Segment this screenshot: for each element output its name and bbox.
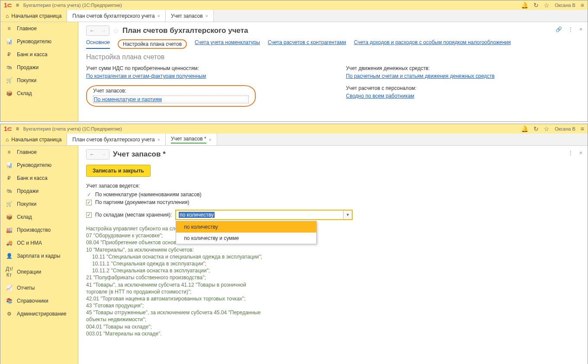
- app-title: Бухгалтерия (счета учета) (1С:Предприяти…: [23, 3, 122, 8]
- cart-icon: 🛒: [6, 77, 13, 83]
- tab-label: Учет запасов: [171, 13, 203, 19]
- sidebar-item-manager[interactable]: 📊Руководителю: [0, 159, 78, 172]
- checkbox-warehouses[interactable]: ✓: [86, 212, 92, 218]
- sidebar-item-label: Главное: [17, 149, 37, 155]
- dropdown-item-qty-sum[interactable]: по количеству и сумме: [176, 233, 316, 244]
- book-icon: 📚: [6, 298, 13, 304]
- menu-icon[interactable]: ≡: [581, 2, 584, 9]
- tab-inventory[interactable]: Учет запасов * ×: [166, 134, 217, 145]
- logo-1c: 1⊂: [4, 125, 12, 132]
- sidebar-item-bank[interactable]: ₽Банк и касса: [0, 48, 78, 61]
- star-icon[interactable]: ☆: [544, 125, 549, 132]
- setting-vat: Учет сумм НДС по приобретенным ценностям…: [86, 65, 320, 79]
- burger-icon[interactable]: ≡: [16, 2, 19, 8]
- close-icon[interactable]: ×: [209, 137, 212, 142]
- sidebar-item-main[interactable]: ≡Главное: [0, 22, 78, 35]
- sidebar-item-sales[interactable]: 🛍Продажи: [0, 185, 78, 198]
- bag-icon: 🛍: [6, 64, 13, 70]
- sidebar-item-production[interactable]: 🏭Производство: [0, 224, 78, 236]
- bell-icon[interactable]: 🔔: [521, 2, 528, 9]
- subtabs: Основное Настройка плана счетов Счета уч…: [86, 39, 580, 49]
- close-icon[interactable]: ×: [579, 26, 582, 32]
- close-icon[interactable]: ×: [157, 137, 160, 142]
- box-icon: 📦: [6, 90, 13, 96]
- burger-icon[interactable]: ≡: [16, 126, 19, 132]
- sidebar-item-bank[interactable]: ₽Банк и касса: [0, 172, 78, 185]
- page-title: Учет запасов *: [113, 150, 166, 159]
- sidebar-item-label: Покупки: [17, 77, 36, 83]
- more-icon[interactable]: ⋮: [568, 150, 573, 156]
- sidebar-item-manager[interactable]: 📊Руководителю: [0, 35, 78, 48]
- back-button[interactable]: ←: [87, 150, 98, 159]
- gear-icon: ⚙: [6, 311, 13, 317]
- setting-link-personnel[interactable]: Сводно по всем работникам: [346, 93, 414, 99]
- tab-chart-of-accounts[interactable]: План счетов бухгалтерского учета ×: [67, 10, 166, 22]
- star-icon[interactable]: ☆: [544, 2, 549, 9]
- setting-link-inventory[interactable]: По номенклатуре и партиям: [94, 96, 162, 102]
- home-icon: ⌂: [6, 13, 9, 19]
- report-icon: 📈: [6, 285, 13, 291]
- menu-icon[interactable]: ≡: [581, 125, 584, 132]
- sidebar-item-hr[interactable]: 👤Зарплата и кадры: [0, 249, 78, 262]
- history-icon[interactable]: ↻: [533, 125, 539, 132]
- sidebar-item-sales[interactable]: 🛍Продажи: [0, 61, 78, 74]
- row-label: По партиям (документам поступления): [95, 199, 189, 205]
- sidebar-item-catalogs[interactable]: 📚Справочники: [0, 294, 78, 307]
- ruble-icon: ₽: [6, 175, 13, 181]
- content-actions: ⋮ ×: [568, 150, 582, 156]
- chevron-down-icon[interactable]: ▼: [343, 211, 352, 219]
- sidebar-item-assets[interactable]: 🚚ОС и НМА: [0, 236, 78, 249]
- setting-label: Учет движения денежных средств:: [346, 65, 580, 71]
- history-icon[interactable]: ↻: [533, 2, 539, 9]
- subtab-settings[interactable]: Настройка плана счетов: [118, 39, 187, 49]
- close-icon[interactable]: ×: [206, 13, 208, 19]
- combo-input[interactable]: по количеству: [176, 211, 343, 219]
- sidebar-item-warehouse[interactable]: 📦Склад: [0, 87, 78, 100]
- checkbox-batches[interactable]: ✓: [86, 200, 92, 205]
- main-area: ≡Главное 📊Руководителю ₽Банк и касса 🛍Пр…: [0, 22, 588, 121]
- dropdown-item-qty[interactable]: по количеству: [176, 221, 316, 233]
- sidebar-item-purchases[interactable]: 🛒Покупки: [0, 198, 78, 211]
- sidebar-item-label: Администрирование: [17, 311, 66, 317]
- link-icon[interactable]: 🔗: [556, 26, 562, 32]
- subtab-contractors[interactable]: Счета расчетов с контрагентами: [268, 39, 346, 49]
- subtab-main[interactable]: Основное: [86, 39, 110, 49]
- sidebar-item-operations[interactable]: Дт/КтОперации: [0, 262, 78, 281]
- chart-icon: 📊: [6, 162, 13, 168]
- warehouse-mode-combo[interactable]: по количеству ▼ по количеству по количес…: [175, 210, 353, 220]
- close-icon[interactable]: ×: [579, 150, 582, 156]
- sidebar-item-main[interactable]: ≡Главное: [0, 146, 78, 159]
- sidebar-item-reports[interactable]: 📈Отчеты: [0, 281, 78, 294]
- forward-button[interactable]: →: [98, 150, 109, 159]
- setting-link-vat[interactable]: По контрагентам и счетам-фактурам получе…: [86, 73, 206, 79]
- tab-home[interactable]: ⌂ Начальная страница: [0, 134, 67, 145]
- tab-chart-of-accounts[interactable]: План счетов бухгалтерского учета ×: [67, 134, 166, 145]
- back-button[interactable]: ←: [87, 26, 98, 35]
- user-name[interactable]: Оксана В: [555, 3, 575, 8]
- intro-label: Учет запасов ведется:: [86, 183, 580, 189]
- sidebar-item-label: Руководителю: [17, 162, 51, 168]
- close-icon[interactable]: ×: [157, 13, 160, 19]
- user-name[interactable]: Оксана В: [555, 126, 575, 131]
- setting-label: Учет запасов:: [93, 88, 249, 94]
- top-window: 1⊂ ≡ Бухгалтерия (счета учета) (1С:Предп…: [0, 0, 588, 122]
- info-line: 41 "Товары", за исключением субсчета 41.…: [86, 281, 268, 295]
- subtab-nomenclature[interactable]: Счета учета номенклатуры: [195, 39, 260, 49]
- subtab-income[interactable]: Счета доходов и расходов с особым порядк…: [354, 39, 511, 49]
- sidebar-item-warehouse[interactable]: 📦Склад: [0, 211, 78, 224]
- favorite-icon[interactable]: ☆: [113, 27, 119, 35]
- setting-link-cashflow[interactable]: По расчетным счетам и статьям движения д…: [346, 73, 495, 79]
- sidebar-item-label: Продажи: [17, 64, 39, 70]
- bell-icon[interactable]: 🔔: [521, 125, 528, 132]
- tab-home[interactable]: ⌂ Начальная страница: [0, 10, 67, 22]
- sidebar-item-admin[interactable]: ⚙Администрирование: [0, 307, 78, 320]
- more-icon[interactable]: ⋮: [568, 26, 573, 32]
- save-and-close-button[interactable]: Записать и закрыть: [86, 165, 151, 177]
- content-header: ← → ☆ План счетов бухгалтерского учета: [86, 26, 580, 36]
- sidebar-item-purchases[interactable]: 🛒Покупки: [0, 74, 78, 87]
- page-title: План счетов бухгалтерского учета: [122, 26, 248, 35]
- truck-icon: 🚚: [6, 240, 13, 246]
- forward-button[interactable]: →: [98, 26, 109, 35]
- sidebar-item-label: Покупки: [17, 201, 36, 207]
- tab-inventory[interactable]: Учет запасов ×: [166, 10, 214, 22]
